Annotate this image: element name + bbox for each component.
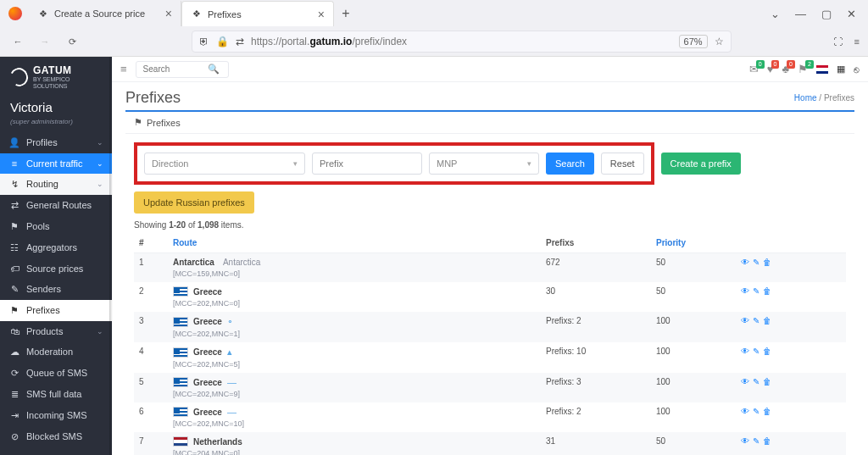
row-prefix: 31 [541, 432, 651, 455]
sidebar-item-current-traffic[interactable]: ≡Current traffic⌄ [0, 153, 112, 174]
mnp-select[interactable]: MNP▾ [429, 153, 539, 175]
main: ≡ 🔍 ✉0 ♥0 ♣0 ⚑2 ▦ ⎋ Prefixes Home / Pref… [112, 57, 868, 455]
window-close-icon[interactable]: ✕ [847, 8, 856, 20]
route-name: Netherlands [193, 437, 242, 447]
sidebar-toggle-icon[interactable]: ≡ [120, 63, 127, 75]
reload-button[interactable]: ⟳ [63, 32, 81, 51]
bell-icon[interactable]: ♣0 [782, 63, 789, 75]
nav: 👤Profiles⌄≡Current traffic⌄↯Routing⌄⇄Gen… [0, 132, 112, 447]
breadcrumb-home[interactable]: Home [794, 93, 817, 103]
browser-tab-active[interactable]: ❖ Prefixes × [181, 1, 334, 26]
tab-title: Create a Source price [54, 8, 145, 19]
nav-icon: ⇄ [8, 200, 20, 211]
view-icon[interactable]: 👁 [741, 407, 749, 416]
delete-icon[interactable]: 🗑 [763, 436, 771, 446]
sidebar-item-pools[interactable]: ⚑Pools [0, 216, 112, 237]
bookmark-star-icon[interactable]: ☆ [715, 36, 724, 47]
edit-icon[interactable]: ✎ [753, 407, 760, 416]
heart-icon[interactable]: ♥0 [767, 63, 774, 75]
col-priority-sort[interactable]: Priority [656, 238, 686, 247]
edit-icon[interactable]: ✎ [753, 316, 760, 325]
delete-icon[interactable]: 🗑 [763, 347, 771, 356]
logout-icon[interactable]: ⎋ [854, 64, 860, 75]
search-button[interactable]: Search [546, 153, 594, 175]
reset-button[interactable]: Reset [601, 153, 644, 175]
sidebar-item-moderation[interactable]: ☁Moderation [0, 341, 112, 363]
permissions-icon[interactable]: ⇄ [236, 36, 244, 47]
delete-icon[interactable]: 🗑 [763, 407, 771, 416]
tab-close-icon[interactable]: × [165, 7, 172, 20]
grid-apps-icon[interactable]: ▦ [837, 64, 845, 75]
nav-icon: ⟳ [8, 368, 20, 379]
sidebar-item-profiles[interactable]: 👤Profiles⌄ [0, 132, 112, 153]
sidebar-item-general-routes[interactable]: ⇄General Routes [0, 195, 112, 216]
delete-icon[interactable]: 🗑 [763, 316, 771, 325]
chevron-down-icon[interactable]: ⌄ [771, 8, 780, 20]
search-icon[interactable]: 🔍 [208, 64, 220, 75]
app-menu-icon[interactable]: ≡ [854, 36, 860, 47]
edit-icon[interactable]: ✎ [753, 436, 760, 446]
address-bar[interactable]: ⛨ 🔒 ⇄ https://portal.gatum.io/prefix/ind… [192, 31, 732, 53]
topbar-search[interactable]: 🔍 [136, 61, 229, 78]
operator-icon: ∘ [227, 316, 237, 327]
col-route-sort[interactable]: Route [173, 238, 197, 247]
delete-icon[interactable]: 🗑 [763, 258, 771, 267]
prefix-input[interactable] [320, 158, 415, 169]
delete-icon[interactable]: 🗑 [763, 286, 771, 296]
sidebar-item-label: Products [26, 326, 63, 336]
sidebar-item-queue-of-sms[interactable]: ⟳Queue of SMS [0, 363, 112, 384]
sidebar-item-blocked-sms[interactable]: ⊘Blocked SMS [0, 426, 112, 447]
view-icon[interactable]: 👁 [741, 316, 749, 325]
prefixes-table: # Route Prefixs Priority 1AntarcticaAnta… [134, 233, 846, 455]
tab-close-icon[interactable]: × [318, 8, 325, 21]
update-russian-button[interactable]: Update Russian prefixes [134, 191, 254, 214]
browser-tab[interactable]: ❖ Create a Source price × [29, 1, 181, 26]
pocket-icon[interactable]: ⛶ [833, 36, 843, 47]
view-icon[interactable]: 👁 [741, 436, 749, 446]
sidebar-item-aggregators[interactable]: ☷Aggregators [0, 237, 112, 258]
search-input[interactable] [143, 64, 203, 74]
route-sub: [MCC=202,MNC=10] [173, 419, 536, 428]
row-index: 6 [134, 402, 168, 432]
zoom-level[interactable]: 67% [679, 35, 708, 48]
sidebar-item-label: Incoming SMS [26, 410, 87, 420]
sidebar-item-label: Routing [26, 179, 58, 189]
edit-icon[interactable]: ✎ [753, 347, 760, 356]
flag-icon[interactable]: ⚑2 [798, 63, 808, 75]
table-row: 3Greece∘[MCC=202,MNC=1]Prefixs: 2100👁✎🗑 [134, 312, 846, 342]
edit-icon[interactable]: ✎ [753, 258, 760, 267]
window-restore-icon[interactable]: ▢ [821, 8, 832, 20]
row-index: 3 [134, 312, 168, 342]
window-minimize-icon[interactable]: — [795, 8, 806, 20]
edit-icon[interactable]: ✎ [753, 377, 760, 386]
edit-icon[interactable]: ✎ [753, 286, 760, 296]
prefix-input-wrap[interactable] [312, 153, 422, 175]
view-icon[interactable]: 👁 [741, 286, 749, 296]
back-button[interactable]: ← [8, 32, 27, 51]
route-name: Greece [193, 317, 222, 326]
sidebar-item-sms-full-data[interactable]: ≣SMS full data [0, 384, 112, 405]
new-tab-button[interactable]: + [334, 6, 358, 21]
sidebar-item-prefixes[interactable]: ⚑Prefixes [0, 300, 112, 321]
sidebar-item-source-prices[interactable]: 🏷Source prices [0, 258, 112, 279]
view-icon[interactable]: 👁 [741, 347, 749, 356]
sidebar-item-products[interactable]: 🛍Products⌄ [0, 321, 112, 341]
sidebar-item-incoming-sms[interactable]: ⇥Incoming SMS [0, 405, 112, 426]
route-name: Greece [193, 287, 222, 297]
language-flag-icon[interactable] [816, 65, 828, 74]
sidebar-item-label: General Routes [26, 200, 92, 210]
envelope-icon[interactable]: ✉0 [749, 63, 759, 75]
sidebar-item-routing[interactable]: ↯Routing⌄ [0, 174, 112, 195]
view-icon[interactable]: 👁 [741, 258, 749, 267]
lock-icon[interactable]: 🔒 [216, 36, 229, 47]
delete-icon[interactable]: 🗑 [763, 377, 771, 386]
panel-title: Prefixes [147, 118, 181, 128]
direction-select[interactable]: Direction▾ [144, 153, 305, 175]
brand: GATUM BY SEMPICO SOLUTIONS [0, 57, 112, 95]
create-prefix-button[interactable]: Create a prefix [661, 153, 741, 175]
shield-icon[interactable]: ⛨ [199, 36, 209, 47]
sidebar-item-senders[interactable]: ✎Senders [0, 279, 112, 300]
route-sub: [MCC=202,MNC=0] [173, 299, 536, 308]
sidebar-item-label: Aggregators [26, 242, 77, 252]
view-icon[interactable]: 👁 [741, 377, 749, 386]
